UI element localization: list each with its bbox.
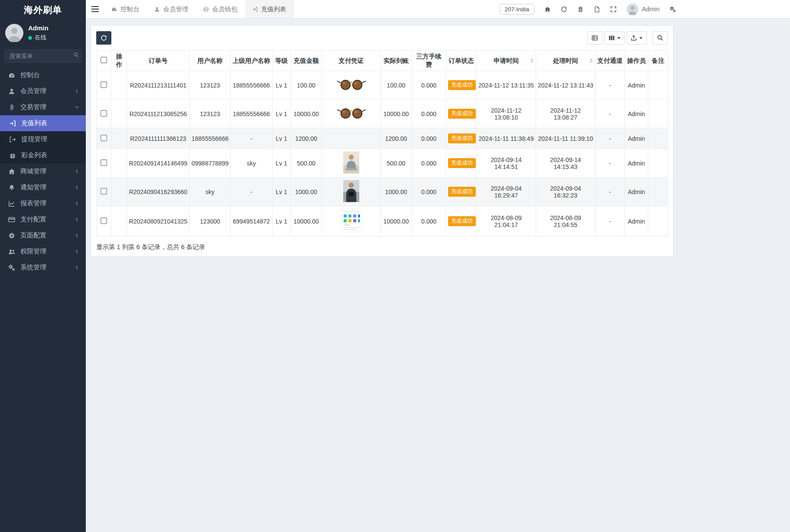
col-amount: 充值金额 bbox=[291, 51, 322, 71]
file-icon[interactable] bbox=[594, 6, 600, 13]
tab-recharge-list[interactable]: 充值列表 bbox=[245, 0, 294, 18]
username-cell: 09988778899 bbox=[190, 149, 231, 178]
transactions-submenu: 充值列表 提现管理 彩金列表 bbox=[0, 115, 86, 163]
tab-label: 控制台 bbox=[120, 5, 140, 13]
sidebar-menu: 控制台 会员管理 交易管理 充值列表 提现管理 bbox=[0, 67, 86, 276]
col-parent-user: 上级用户名称 bbox=[231, 51, 273, 71]
sort-icon[interactable] bbox=[530, 58, 533, 63]
table-row: R2024111111386123 18855556666 - Lv 1 120… bbox=[97, 128, 668, 149]
sort-icon[interactable] bbox=[589, 58, 593, 63]
process-time-cell: 2024-11-12 13:08:27 bbox=[536, 100, 595, 128]
channel-cell: - bbox=[595, 100, 625, 128]
fee-cell: 0.000 bbox=[412, 71, 446, 100]
search-icon[interactable] bbox=[73, 52, 79, 58]
row-checkbox[interactable] bbox=[101, 188, 107, 195]
tab-dashboard[interactable]: 控制台 bbox=[104, 0, 147, 18]
operator-cell: Admin bbox=[625, 100, 648, 128]
voucher-image-app-screenshot[interactable] bbox=[341, 209, 362, 234]
status-cell: 充值成功 bbox=[446, 206, 477, 237]
voucher-image-sunglasses[interactable] bbox=[336, 106, 367, 122]
tab-label: 会员钱包 bbox=[212, 5, 237, 13]
row-checkbox[interactable] bbox=[101, 81, 107, 88]
voucher-image-person[interactable] bbox=[343, 151, 359, 175]
amount-cell: 10000.00 bbox=[291, 206, 322, 237]
col-order-no: 订单号 bbox=[127, 51, 190, 71]
tab-wallet[interactable]: 会员钱包 bbox=[196, 0, 245, 18]
sidebar-item-label: 彩金列表 bbox=[21, 151, 80, 159]
received-cell: 100.00 bbox=[381, 71, 412, 100]
row-checkbox[interactable] bbox=[101, 135, 107, 141]
trash-icon[interactable] bbox=[577, 6, 584, 13]
table-toolbar bbox=[96, 31, 668, 45]
refresh-button[interactable] bbox=[96, 31, 111, 45]
chevron-left-icon bbox=[74, 249, 80, 254]
sidebar-item-mall[interactable]: 商城管理 bbox=[0, 163, 86, 179]
sidebar-item-label: 会员管理 bbox=[20, 87, 74, 95]
channel-cell: - bbox=[595, 128, 625, 149]
export-button[interactable] bbox=[627, 31, 647, 45]
status-badge: 充值成功 bbox=[448, 80, 476, 90]
received-cell: 500.00 bbox=[381, 149, 412, 178]
fee-cell: 0.000 bbox=[412, 178, 446, 206]
sidebar-item-label: 充值列表 bbox=[21, 119, 80, 127]
sidebar-item-withdraw[interactable]: 提现管理 bbox=[0, 131, 86, 147]
columns-button[interactable] bbox=[605, 31, 624, 45]
row-checkbox[interactable] bbox=[101, 110, 107, 117]
col-username: 用户名称 bbox=[190, 51, 231, 71]
sidebar-item-dashboard[interactable]: 控制台 bbox=[0, 67, 86, 83]
sidebar-item-payment-config[interactable]: 支付配置 bbox=[0, 211, 86, 227]
sidebar-item-system[interactable]: 系统管理 bbox=[0, 260, 86, 276]
col-fee: 三方手续费 bbox=[412, 51, 446, 71]
amount-cell: 500.00 bbox=[291, 149, 322, 178]
sidebar-item-label: 提现管理 bbox=[21, 135, 80, 143]
voucher-image-sunglasses[interactable] bbox=[336, 77, 367, 93]
sidebar-item-page-config[interactable]: 页面配置 bbox=[0, 227, 86, 243]
caret-down-icon bbox=[617, 37, 621, 39]
apply-time-cell: 2024-11-12 13:08:10 bbox=[477, 100, 536, 128]
operation-cell bbox=[111, 149, 127, 178]
sidebar-item-recharge-list[interactable]: 充值列表 bbox=[0, 115, 86, 131]
wallet-icon bbox=[203, 6, 209, 12]
refresh-icon[interactable] bbox=[561, 6, 567, 13]
expand-icon[interactable] bbox=[610, 6, 617, 13]
topbar: 控制台 会员管理 会员钱包 充值列表 207-India bbox=[86, 0, 790, 19]
operator-cell: Admin bbox=[625, 149, 648, 178]
sidebar-item-reports[interactable]: 报表管理 bbox=[0, 195, 86, 211]
topbar-user[interactable]: Admin bbox=[627, 3, 660, 15]
operator-cell: Admin bbox=[625, 71, 648, 100]
select-all-checkbox[interactable] bbox=[101, 57, 107, 63]
voucher-image-person-dark[interactable] bbox=[343, 180, 359, 204]
payment-icon bbox=[7, 216, 16, 223]
pagination-summary: 显示第 1 到第 6 条记录，总共 6 条记录 bbox=[96, 243, 668, 251]
chevron-down-icon bbox=[74, 104, 80, 110]
amount-cell: 1200.00 bbox=[291, 128, 322, 149]
search-toggle-button[interactable] bbox=[653, 31, 668, 45]
avatar bbox=[5, 24, 23, 42]
toggle-view-button[interactable] bbox=[587, 31, 602, 45]
chevron-left-icon bbox=[74, 169, 80, 174]
sidebar-item-permissions[interactable]: 权限管理 bbox=[0, 243, 86, 260]
col-process-time[interactable]: 处理时间 bbox=[536, 51, 595, 71]
home-icon[interactable] bbox=[544, 6, 551, 13]
region-button[interactable]: 207-India bbox=[500, 4, 534, 15]
search-input[interactable] bbox=[4, 49, 81, 63]
amount-cell: 10000.00 bbox=[291, 100, 322, 128]
process-time-cell: 2024-09-14 14:15:43 bbox=[536, 149, 595, 178]
cogs-icon[interactable] bbox=[670, 6, 676, 13]
chevron-left-icon bbox=[74, 185, 80, 190]
level-cell: Lv 1 bbox=[273, 178, 291, 206]
sidebar-item-transactions[interactable]: 交易管理 bbox=[0, 99, 86, 115]
row-checkbox[interactable] bbox=[101, 217, 107, 224]
col-apply-time[interactable]: 申请时间 bbox=[477, 51, 536, 71]
sidebar-item-notice[interactable]: 通知管理 bbox=[0, 179, 86, 195]
username-cell: sky bbox=[190, 178, 231, 206]
voucher-cell bbox=[322, 128, 381, 149]
tab-members[interactable]: 会员管理 bbox=[147, 0, 196, 18]
bitcoin-icon bbox=[7, 104, 16, 111]
sidebar-item-bonus[interactable]: 彩金列表 bbox=[0, 147, 86, 163]
col-received: 实际到账 bbox=[381, 51, 412, 71]
process-time-cell: 2024-09-04 16:32:23 bbox=[536, 178, 595, 206]
sidebar-toggle-icon[interactable] bbox=[86, 0, 104, 18]
row-checkbox[interactable] bbox=[101, 159, 107, 166]
sidebar-item-members[interactable]: 会员管理 bbox=[0, 83, 86, 99]
